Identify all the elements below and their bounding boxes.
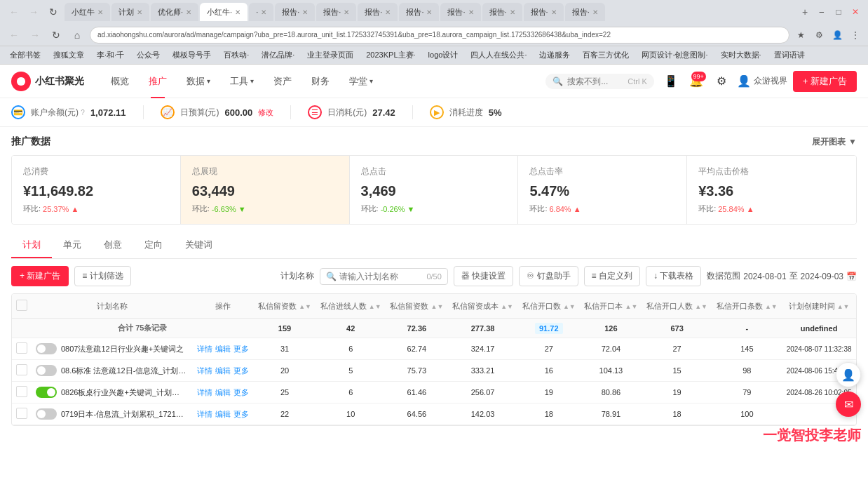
bookmark-5[interactable]: 百秩动· [219, 48, 253, 62]
nav-item-数据[interactable]: 数据▾ [177, 65, 220, 98]
custom-col-btn[interactable]: ≡ 自定义列 [584, 266, 640, 286]
bookmark-4[interactable]: 模板导号手 [168, 48, 215, 62]
action-更多-2[interactable]: 更多 [233, 387, 249, 398]
browser-tab-12[interactable]: 报告·✕ [565, 3, 605, 21]
extension-icon[interactable]: ⚙ [812, 28, 826, 42]
browser-tab-1[interactable]: 计划✕ [111, 3, 149, 21]
new-ad-btn[interactable]: + 新建广告 [793, 71, 857, 92]
row-toggle-3[interactable] [36, 408, 57, 420]
action-详情-1[interactable]: 详情 [197, 366, 212, 376]
back-btn[interactable]: ← [6, 27, 22, 44]
close-btn[interactable]: ✕ [848, 5, 862, 19]
bookmark-12[interactable]: 百客三方优化 [578, 48, 633, 62]
calendar-icon[interactable]: 📅 [846, 272, 857, 281]
modify-link[interactable]: 修改 [258, 107, 273, 118]
bookmark-8[interactable]: 2023KPL主赛· [362, 48, 419, 62]
action-编辑-3[interactable]: 编辑 [215, 409, 231, 420]
minimize-btn[interactable]: ‒ [815, 5, 829, 19]
browser-tab-9[interactable]: 报告·✕ [440, 3, 480, 21]
action-详情-0[interactable]: 详情 [197, 344, 212, 354]
menu-icon[interactable]: ⋮ [848, 28, 862, 42]
nav-reload[interactable]: ↻ [45, 4, 62, 20]
search-box[interactable]: 🔍 Ctrl K [545, 74, 654, 89]
float-btn-mail[interactable]: ✉ [836, 392, 861, 417]
tab-创意[interactable]: 创意 [93, 233, 133, 258]
bookmark-10[interactable]: 四人人在线公共· [466, 48, 531, 62]
action-详情-3[interactable]: 详情 [197, 409, 212, 420]
bookmark-2[interactable]: 李·和·千 [93, 48, 128, 62]
browser-tab-2[interactable]: 优化师·✕ [151, 3, 198, 21]
row-toggle-0[interactable] [36, 343, 57, 354]
browser-tab-4[interactable]: ·✕ [249, 3, 273, 21]
row-toggle-2[interactable] [36, 387, 57, 398]
nav-item-资产[interactable]: 资产 [264, 65, 301, 98]
bookmark-9[interactable]: logo设计 [424, 48, 463, 62]
tab-计划[interactable]: 计划 [11, 233, 52, 258]
bookmark-6[interactable]: 潜亿品牌· [257, 48, 299, 62]
browser-tab-5[interactable]: 报告·✕ [275, 3, 315, 21]
notification-icon[interactable]: 🔔 99+ [686, 72, 706, 91]
bookmark-14[interactable]: 实时大数据· [717, 48, 766, 62]
browser-tab-3[interactable]: 小红牛·✕ [200, 3, 247, 21]
browser-tab-0[interactable]: 小红牛✕ [65, 3, 110, 21]
filter-btn[interactable]: ≡ 计划筛选 [74, 266, 130, 286]
bookmark-star[interactable]: ★ [794, 28, 808, 42]
action-编辑-0[interactable]: 编辑 [215, 344, 231, 354]
bookmark-0[interactable]: 全部书签 [6, 48, 45, 62]
action-更多-1[interactable]: 更多 [233, 366, 249, 376]
nav-forward[interactable]: → [25, 4, 42, 20]
row-checkbox-3[interactable] [12, 403, 32, 425]
action-更多-3[interactable]: 更多 [233, 409, 249, 420]
forward-btn[interactable]: → [27, 27, 43, 44]
nav-item-学堂[interactable]: 学堂▾ [339, 65, 383, 98]
row-time-0: 2024-08-07 11:32:38 [782, 338, 856, 360]
browser-tab-10[interactable]: 报告·✕ [482, 3, 522, 21]
promo-data-title: 推广数据 [11, 135, 50, 148]
browser-tab-7[interactable]: 报告·✕ [358, 3, 398, 21]
campaign-search-box[interactable]: 🔍 0/50 [320, 268, 447, 285]
settings-icon[interactable]: ⚙ [712, 72, 731, 91]
action-编辑-1[interactable]: 编辑 [215, 366, 231, 376]
quick-settings-btn[interactable]: 器 快捷设置 [454, 266, 513, 286]
row-checkbox-1[interactable] [12, 360, 32, 382]
browser-tab-6[interactable]: 报告·✕ [316, 3, 356, 21]
profile-icon[interactable]: 👤 [830, 28, 844, 42]
bookmark-15[interactable]: 置词语讲 [770, 48, 809, 62]
maximize-btn[interactable]: □ [832, 5, 846, 19]
nav-item-工具[interactable]: 工具▾ [220, 65, 264, 98]
tab-关键词[interactable]: 关键词 [174, 233, 224, 258]
action-详情-2[interactable]: 详情 [197, 387, 212, 398]
mobile-icon[interactable]: 📱 [661, 72, 681, 91]
tab-定向[interactable]: 定向 [133, 233, 174, 258]
bookmark-3[interactable]: 公众号 [133, 48, 164, 62]
bookmark-7[interactable]: 业主登录页面 [303, 48, 358, 62]
nav-item-财务[interactable]: 财务 [301, 65, 339, 98]
tab-add[interactable]: + [798, 5, 812, 19]
home-btn[interactable]: ⌂ [69, 27, 86, 44]
row-toggle-1[interactable] [36, 365, 57, 376]
browser-tab-11[interactable]: 报告·✕ [524, 3, 564, 21]
reload-btn[interactable]: ↻ [48, 27, 65, 44]
bookmark-11[interactable]: 边递服务 [535, 48, 574, 62]
nav-item-概览[interactable]: 概览 [101, 65, 139, 98]
expand-btn[interactable]: 展开图表 ▼ [812, 136, 857, 148]
anchor-btn[interactable]: ♾ 钉盘助手 [519, 266, 578, 286]
tab-单元[interactable]: 单元 [52, 233, 93, 258]
campaign-search-input[interactable] [339, 272, 423, 281]
address-bar[interactable]: ad.xiaohongshu.com/aurora/ad/manage/camp… [90, 27, 789, 44]
row-checkbox-0[interactable] [12, 338, 32, 360]
float-btn-user[interactable]: 👤 [836, 362, 861, 387]
action-更多-0[interactable]: 更多 [233, 344, 249, 354]
action-编辑-2[interactable]: 编辑 [215, 387, 231, 398]
nav-item-推广[interactable]: 推广 [139, 65, 177, 98]
row-checkbox-2[interactable] [12, 382, 32, 403]
download-btn[interactable]: ↓ 下载表格 [646, 266, 701, 286]
search-input[interactable] [567, 76, 623, 86]
bookmark-1[interactable]: 搜狐文章 [49, 48, 88, 62]
browser-tab-8[interactable]: 报告·✕ [399, 3, 439, 21]
new-ad-btn-2[interactable]: + 新建广告 [11, 266, 69, 286]
user-group[interactable]: 👤 众游视界 [737, 74, 787, 88]
row-c5-2: 19 [517, 382, 580, 403]
nav-back[interactable]: ← [6, 4, 22, 20]
bookmark-13[interactable]: 网页设计·创意图制· [637, 48, 712, 62]
